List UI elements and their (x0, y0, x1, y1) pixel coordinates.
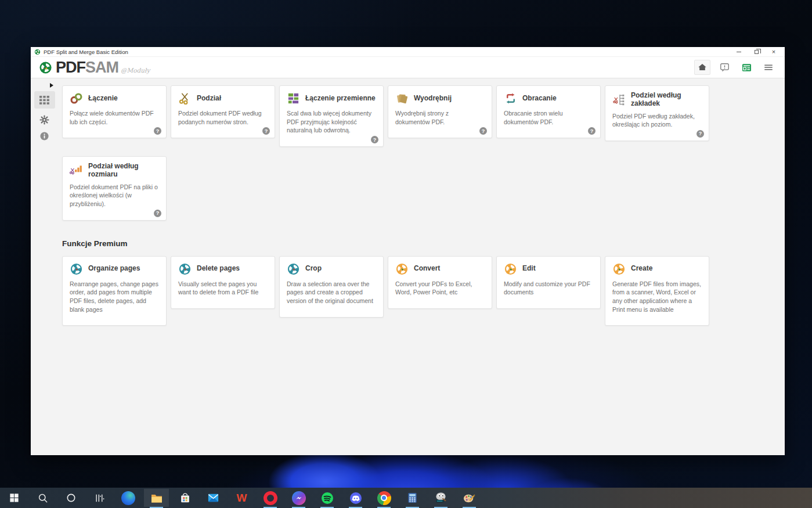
feedback-icon (719, 62, 730, 73)
messenger-icon (292, 491, 306, 505)
taskbar-file-explorer-button[interactable] (142, 488, 171, 508)
windows-taskbar: W (0, 488, 812, 508)
module-card-description: Podziel dokument PDF według podanych num… (178, 109, 268, 126)
pdfsam-window: PDF Split and Merge Basic Edition × PDF … (31, 47, 785, 455)
expand-arrow-icon[interactable] (50, 83, 53, 88)
taskbar-gimp-button[interactable] (427, 488, 455, 508)
split-size-icon (70, 164, 83, 177)
premium-card-description: Draw a selection area over the pages and… (287, 280, 376, 305)
pdfsam-logo: PDF SAM @Moduły (39, 59, 150, 77)
taskbar-messenger-button[interactable] (284, 488, 313, 508)
module-card-alternate-mix[interactable]: Łączenie przemienne Scal dwa lub więcej … (279, 85, 384, 147)
paint-icon (462, 491, 477, 505)
help-icon[interactable]: ? (154, 210, 161, 217)
module-card-description: Podziel dokument PDF na pliki o określon… (70, 183, 159, 208)
module-card-split[interactable]: Podział Podziel dokument PDF według poda… (171, 85, 275, 138)
sidebar-item-settings[interactable] (39, 114, 50, 125)
premium-news-icon (741, 62, 752, 73)
premium-card-convert[interactable]: Convert Convert your PDFs to Excel, Word… (388, 256, 492, 309)
help-icon[interactable]: ? (588, 127, 596, 135)
edge-icon (121, 491, 135, 505)
app-header: PDF SAM @Moduły (31, 57, 785, 78)
module-card-title: Wyodrębnij (414, 95, 452, 103)
premium-card-description: Generate PDF files from images, from a s… (612, 280, 702, 314)
aperture-logo-icon (178, 262, 192, 276)
modules-content: Łączenie Połącz wiele dokumentów PDF lub… (58, 78, 785, 455)
help-icon[interactable]: ? (479, 127, 487, 135)
window-title: PDF Split and Merge Basic Edition (44, 49, 730, 55)
sidebar-item-modules[interactable] (34, 91, 55, 109)
taskbar-discord-button[interactable] (341, 488, 370, 508)
sidebar (31, 78, 58, 455)
premium-card-delete-pages[interactable]: Delete pages Visually select the pages y… (171, 256, 275, 309)
taskbar-paint-button[interactable] (455, 488, 483, 508)
logo-text-primary: PDF (56, 59, 85, 77)
task-view-icon (92, 491, 107, 505)
module-card-description: Obracanie stron wielu dokumentów PDF. (504, 109, 593, 126)
merge-rings-icon (70, 92, 83, 105)
help-icon[interactable]: ? (696, 130, 704, 138)
taskbar-cortana-button[interactable] (57, 488, 85, 508)
mail-icon (206, 491, 221, 505)
window-titlebar[interactable]: PDF Split and Merge Basic Edition × (31, 47, 785, 57)
premium-grid: Organize pages Rearrange pages, change p… (62, 256, 785, 326)
taskbar-task-view-button[interactable] (85, 488, 114, 508)
premium-card-title: Crop (305, 265, 322, 273)
menu-button[interactable] (760, 60, 777, 75)
settings-gear-icon (39, 114, 50, 125)
premium-news-button[interactable] (738, 60, 755, 75)
minimize-button[interactable] (730, 47, 748, 56)
aperture-logo-icon (70, 262, 83, 276)
rotate-icon (504, 92, 517, 105)
premium-card-organize-pages[interactable]: Organize pages Rearrange pages, change p… (62, 256, 167, 326)
taskbar-spotify-button[interactable] (313, 488, 341, 508)
help-icon[interactable]: ? (154, 127, 161, 135)
premium-card-crop[interactable]: Crop Draw a selection area over the page… (279, 256, 384, 318)
home-icon (697, 62, 708, 73)
module-card-title: Podział według rozmiaru (88, 163, 159, 179)
about-info-icon (39, 131, 49, 141)
taskbar-opera-button[interactable] (256, 488, 284, 508)
premium-card-create[interactable]: Create Generate PDF files from images, f… (605, 256, 709, 326)
module-card-split-by-size[interactable]: Podział według rozmiaru Podziel dokument… (62, 156, 167, 221)
microsoft-store-icon (178, 491, 192, 505)
module-card-rotate[interactable]: Obracanie Obracanie stron wielu dokument… (496, 85, 601, 138)
module-card-merge[interactable]: Łączenie Połącz wiele dokumentów PDF lub… (62, 85, 167, 138)
discord-icon (348, 491, 363, 505)
help-icon[interactable]: ? (262, 127, 270, 135)
restore-button[interactable] (748, 47, 765, 56)
taskbar-start-button[interactable] (0, 488, 28, 508)
home-button[interactable] (694, 60, 710, 75)
aperture-logo-icon (504, 262, 517, 276)
premium-card-title: Convert (414, 265, 440, 273)
taskbar-microsoft-store-button[interactable] (171, 488, 199, 508)
taskbar-calculator-button[interactable] (398, 488, 427, 508)
module-card-split-by-bookmarks[interactable]: Podziel według zakładek Podziel PDF wedł… (605, 85, 709, 141)
help-icon[interactable]: ? (371, 136, 378, 143)
calculator-icon (405, 491, 420, 505)
module-card-title: Obracanie (522, 95, 557, 103)
module-card-description: Podziel PDF według zakładek, określając … (612, 112, 702, 129)
taskbar-search-button[interactable] (28, 488, 57, 508)
pdfsam-logo-icon (39, 61, 52, 74)
feedback-button[interactable] (716, 60, 732, 75)
scissors-icon (178, 92, 192, 105)
aperture-logo-icon (395, 262, 409, 276)
close-button[interactable]: × (765, 47, 782, 56)
cortana-icon (64, 491, 78, 505)
split-bookmarks-icon (612, 93, 626, 106)
module-card-extract[interactable]: Wyodrębnij Wyodrębnij strony z dokumentó… (388, 85, 492, 138)
premium-card-title: Organize pages (88, 265, 140, 273)
taskbar-wps-office-button[interactable]: W (228, 488, 256, 508)
search-icon (35, 491, 50, 505)
taskbar-edge-button[interactable] (114, 488, 142, 508)
taskbar-mail-button[interactable] (199, 488, 228, 508)
wps-office-icon: W (234, 491, 249, 505)
sidebar-item-about[interactable] (39, 131, 49, 141)
premium-card-description: Visually select the pages you want to de… (178, 280, 268, 297)
app-logo-icon (34, 49, 41, 55)
menu-icon (763, 62, 774, 73)
module-card-title: Podział (197, 95, 221, 103)
premium-card-edit[interactable]: Edit Modify and customize your PDF docum… (496, 256, 601, 309)
taskbar-chrome-button[interactable] (370, 488, 398, 508)
